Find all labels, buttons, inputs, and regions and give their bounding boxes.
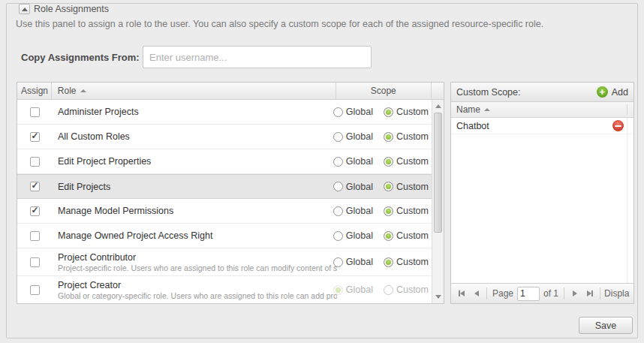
- assign-checkbox[interactable]: [30, 157, 40, 167]
- column-header-assign[interactable]: Assign: [17, 83, 52, 99]
- next-page-icon: [573, 290, 577, 296]
- custom-scope-panel: Custom Scope: Add Name Chatbot Page of 1: [450, 82, 634, 304]
- table-row[interactable]: Edit Project Properties Global Custom: [17, 149, 433, 174]
- page-number-input[interactable]: [517, 287, 540, 301]
- scroll-down-button[interactable]: [432, 291, 444, 302]
- role-description: Global or category-specific role. Users …: [58, 291, 337, 300]
- prev-page-button[interactable]: [470, 287, 483, 300]
- assign-checkbox[interactable]: [30, 132, 40, 142]
- table-row[interactable]: Project ContributorProject-specific role…: [17, 248, 433, 276]
- last-page-icon: [591, 290, 593, 296]
- scrollbar-thumb[interactable]: [434, 113, 442, 233]
- assign-header-label: Assign: [21, 86, 48, 96]
- save-button[interactable]: Save: [579, 317, 633, 334]
- roles-grid: Assign Role Scope Administer Projects Gl…: [17, 82, 444, 304]
- custom-radio-label: Custom: [396, 284, 429, 295]
- vertical-scrollbar[interactable]: [432, 100, 444, 303]
- custom-radio[interactable]: [384, 257, 393, 267]
- global-radio[interactable]: [333, 132, 343, 142]
- copy-assignments-input[interactable]: [143, 46, 372, 68]
- custom-radio[interactable]: [384, 107, 393, 117]
- page-label: Page: [492, 288, 513, 299]
- roles-grid-header: Assign Role Scope: [17, 83, 444, 100]
- first-page-button[interactable]: [455, 287, 468, 300]
- next-page-button[interactable]: [568, 287, 581, 300]
- assign-checkbox[interactable]: [30, 182, 40, 191]
- custom-radio-label: Custom: [396, 107, 429, 117]
- copy-assignments-row: Copy Assignments From:: [21, 46, 372, 68]
- role-name: Edit Projects: [58, 182, 337, 192]
- role-header-label: Role: [58, 86, 77, 96]
- global-radio-label: Global: [346, 206, 373, 216]
- scrollbar-header-filler: [432, 83, 444, 99]
- column-separator: [627, 104, 627, 115]
- roles-grid-body: Administer Projects Global Custom All Cu…: [17, 100, 444, 303]
- global-radio[interactable]: [333, 231, 343, 241]
- custom-radio[interactable]: [384, 206, 393, 216]
- global-radio[interactable]: [333, 285, 343, 295]
- scope-item-name: Chatbot: [456, 121, 489, 131]
- global-radio-label: Global: [346, 182, 373, 192]
- sort-asc-icon: [80, 89, 86, 92]
- scroll-up-icon: [435, 104, 441, 108]
- prev-page-icon: [474, 290, 479, 296]
- sort-asc-icon: [484, 108, 490, 111]
- scroll-down-icon: [435, 295, 441, 299]
- global-radio[interactable]: [333, 257, 343, 267]
- role-name: Project Creator: [58, 280, 337, 290]
- table-row[interactable]: Manage Model Permissions Global Custom: [17, 199, 433, 224]
- table-row[interactable]: Manage Owned Project Access Right Global…: [17, 224, 433, 248]
- role-description: Project-specific role. Users who are ass…: [58, 263, 337, 272]
- pagination-toolbar: Page of 1 Displa: [451, 283, 633, 303]
- custom-radio[interactable]: [384, 285, 393, 295]
- table-row[interactable]: Administer Projects Global Custom: [17, 100, 433, 125]
- global-radio[interactable]: [333, 157, 343, 167]
- remove-icon[interactable]: [612, 120, 624, 131]
- collapse-toggle-button[interactable]: [19, 4, 30, 14]
- assign-checkbox[interactable]: [30, 206, 40, 216]
- column-header-name[interactable]: Name: [451, 102, 633, 118]
- table-row[interactable]: Project CreatorGlobal or category-specif…: [17, 276, 433, 303]
- assign-checkbox[interactable]: [30, 107, 40, 117]
- column-header-scope[interactable]: Scope: [336, 83, 432, 99]
- role-name: Manage Owned Project Access Right: [58, 230, 337, 241]
- column-header-role[interactable]: Role: [52, 83, 336, 99]
- global-radio-label: Global: [346, 131, 373, 142]
- global-radio-label: Global: [346, 230, 373, 241]
- panel-description: Use this panel to assign a role to the u…: [16, 19, 543, 29]
- global-radio[interactable]: [333, 206, 343, 216]
- name-header-label: Name: [456, 104, 480, 115]
- role-name: Project Contributor: [58, 252, 337, 263]
- add-button[interactable]: Add: [597, 86, 628, 98]
- custom-radio-label: Custom: [396, 131, 429, 142]
- toolbar-separator: [600, 287, 600, 299]
- global-radio-label: Global: [346, 156, 373, 167]
- custom-radio[interactable]: [384, 231, 393, 241]
- last-page-button[interactable]: [583, 287, 596, 300]
- assign-checkbox[interactable]: [30, 231, 40, 241]
- custom-scope-title: Custom Scope:: [456, 87, 520, 98]
- global-radio-label: Global: [346, 257, 373, 267]
- custom-radio[interactable]: [384, 132, 393, 142]
- custom-radio[interactable]: [384, 182, 393, 191]
- assign-checkbox[interactable]: [30, 257, 40, 267]
- add-icon: [597, 86, 608, 98]
- page-count-label: of 1: [543, 288, 558, 299]
- role-assignments-panel: Role Assignments Use this panel to assig…: [6, 3, 638, 338]
- table-row[interactable]: Edit Projects Global Custom: [17, 174, 433, 199]
- display-label: Displa: [604, 288, 629, 299]
- assign-checkbox[interactable]: [30, 285, 40, 295]
- table-row[interactable]: All Custom Roles Global Custom: [17, 125, 433, 149]
- global-radio[interactable]: [333, 182, 343, 191]
- custom-radio-label: Custom: [396, 182, 429, 192]
- custom-radio[interactable]: [384, 157, 393, 167]
- global-radio[interactable]: [333, 107, 343, 117]
- global-radio-label: Global: [346, 284, 373, 295]
- list-item[interactable]: Chatbot: [451, 118, 633, 134]
- add-button-label: Add: [612, 87, 628, 98]
- panel-legend: Role Assignments: [16, 4, 630, 14]
- scroll-up-button[interactable]: [432, 101, 444, 112]
- first-page-arrow-icon: [460, 290, 465, 296]
- panel-title: Role Assignments: [34, 4, 109, 14]
- custom-radio-label: Custom: [396, 230, 429, 241]
